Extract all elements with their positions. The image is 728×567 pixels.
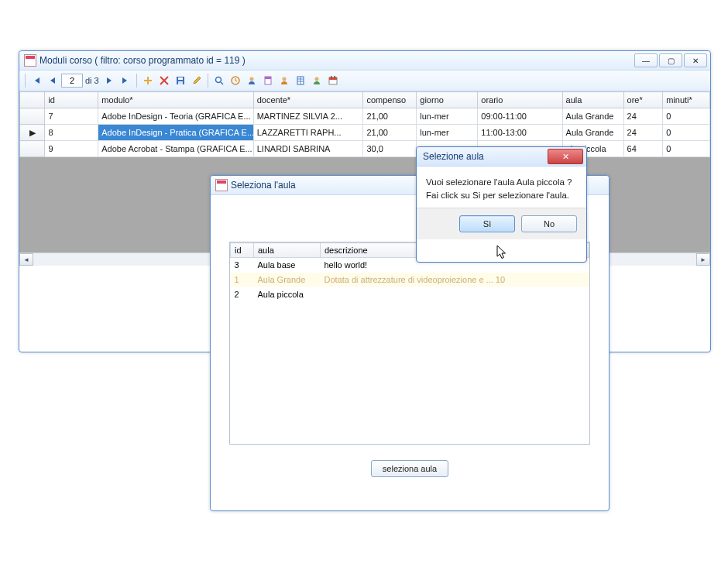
record-position-input[interactable] [61, 74, 83, 88]
cell-id[interactable]: 8 [45, 125, 98, 141]
col-ore[interactable]: ore* [623, 92, 663, 108]
cell-ore[interactable]: 24 [623, 108, 663, 125]
grid-header-row: id modulo* docente* compenso giorno orar… [20, 92, 710, 108]
form-purple-icon[interactable] [260, 73, 276, 88]
col-compenso[interactable]: compenso [363, 92, 417, 108]
cell-orario[interactable]: 11:00-13:00 [478, 125, 562, 141]
confirm-line1: Vuoi selezionare l'aula Aula piccola ? [426, 176, 577, 189]
col-orario[interactable]: orario [478, 92, 562, 108]
svg-rect-7 [265, 77, 271, 79]
yes-button[interactable]: Sì [459, 215, 515, 232]
minimize-button[interactable]: — [634, 53, 658, 67]
main-title: Moduli corso ( filtro: corso programmato… [39, 55, 633, 66]
col-docente[interactable]: docente* [253, 92, 363, 108]
row-header[interactable] [20, 141, 45, 157]
list-item[interactable]: 2Aula piccola [231, 287, 589, 302]
prev-record-icon[interactable] [45, 73, 60, 88]
cell-docente[interactable]: MARTINEZ SILVIA 2... [253, 108, 363, 125]
col-modulo[interactable]: modulo* [98, 92, 253, 108]
row-header[interactable]: ▶ [20, 125, 45, 141]
list-cell-id[interactable]: 3 [231, 258, 254, 273]
cell-minuti[interactable]: 0 [663, 125, 710, 141]
maximize-button[interactable]: ▢ [659, 53, 682, 67]
svg-rect-1 [178, 77, 183, 80]
first-record-icon[interactable] [29, 73, 44, 88]
list-cell-desc[interactable]: Dotata di attrezzature di videoproiezion… [321, 273, 589, 287]
cell-aula[interactable]: Aula Grande [562, 108, 623, 125]
cell-modulo[interactable]: Adobe InDesign - Pratica (GRAFICA E... [98, 125, 253, 141]
svg-rect-14 [334, 76, 335, 78]
data-grid[interactable]: id modulo* docente* compenso giorno orar… [19, 91, 710, 157]
list-col-id[interactable]: id [231, 243, 254, 258]
list-cell-id[interactable]: 1 [231, 273, 254, 287]
list-cell-desc[interactable] [321, 287, 589, 302]
list-cell-aula[interactable]: Aula Grande [254, 273, 321, 287]
confirm-title: Selezione aula [417, 151, 548, 162]
svg-rect-13 [331, 76, 332, 78]
col-giorno[interactable]: giorno [417, 92, 478, 108]
confirm-buttons: Sì No [417, 208, 586, 239]
confirm-message: Vuoi selezionare l'aula Aula piccola ? F… [417, 167, 586, 208]
delete-icon[interactable] [156, 73, 172, 88]
scroll-left-icon[interactable]: ◄ [19, 253, 33, 266]
svg-point-5 [249, 77, 253, 81]
save-icon[interactable] [173, 73, 188, 88]
confirm-titlebar[interactable]: Selezione aula ✕ [417, 147, 586, 167]
user-green-icon[interactable] [309, 73, 325, 88]
cell-compenso[interactable]: 21,00 [363, 125, 417, 141]
list-cell-aula[interactable]: Aula base [254, 258, 321, 273]
svg-point-3 [215, 77, 221, 83]
scroll-right-icon[interactable]: ► [696, 253, 710, 266]
svg-point-8 [282, 77, 286, 81]
svg-rect-12 [329, 77, 337, 80]
list-cell-id[interactable]: 2 [231, 287, 254, 302]
col-aula[interactable]: aula [562, 92, 623, 108]
edit-icon[interactable] [189, 73, 204, 88]
cell-id[interactable]: 9 [45, 141, 98, 157]
cell-ore[interactable]: 24 [623, 125, 663, 141]
last-record-icon[interactable] [118, 73, 133, 88]
no-button[interactable]: No [521, 215, 577, 232]
table-row[interactable]: ▶8Adobe InDesign - Pratica (GRAFICA E...… [20, 125, 710, 141]
col-minuti[interactable]: minuti* [663, 92, 710, 108]
cell-minuti[interactable]: 0 [663, 141, 710, 157]
form-grid-icon[interactable] [293, 73, 308, 88]
clock-icon[interactable] [228, 73, 243, 88]
confirm-dialog: Selezione aula ✕ Vuoi selezionare l'aula… [416, 146, 587, 263]
table-row[interactable]: 7Adobe InDesign - Teoria (GRAFICA E...MA… [20, 108, 710, 125]
aula-list[interactable]: id aula descrizione 3Aula basehello worl… [229, 242, 590, 445]
close-button[interactable]: ✕ [548, 149, 583, 164]
window-controls: — ▢ ✕ [633, 53, 707, 67]
cell-docente[interactable]: LAZZARETTI RAPH... [253, 125, 363, 141]
svg-point-10 [314, 77, 318, 81]
cell-docente[interactable]: LINARDI SABRINA [253, 141, 363, 157]
cell-orario[interactable]: 09:00-11:00 [478, 108, 562, 125]
cell-giorno[interactable]: lun-mer [417, 125, 478, 141]
cell-modulo[interactable]: Adobe Acrobat - Stampa (GRAFICA E... [98, 141, 253, 157]
record-total-label: di 3 [85, 76, 99, 85]
cell-ore[interactable]: 64 [623, 141, 663, 157]
calendar-icon[interactable] [325, 73, 341, 88]
cell-modulo[interactable]: Adobe InDesign - Teoria (GRAFICA E... [98, 108, 253, 125]
list-item[interactable]: 1Aula GrandeDotata di attrezzature di vi… [231, 273, 589, 287]
seleziona-aula-button[interactable]: seleziona aula [371, 460, 448, 477]
next-record-icon[interactable] [101, 73, 117, 88]
search-icon[interactable] [211, 73, 227, 88]
form-icon [215, 179, 228, 191]
add-icon[interactable] [140, 73, 156, 88]
close-button[interactable]: ✕ [684, 53, 707, 67]
cell-giorno[interactable]: lun-mer [417, 108, 478, 125]
row-header[interactable] [20, 108, 45, 125]
cell-compenso[interactable]: 30,0 [363, 141, 417, 157]
main-titlebar[interactable]: Moduli corso ( filtro: corso programmato… [19, 51, 710, 70]
cell-minuti[interactable]: 0 [663, 108, 710, 125]
cell-aula[interactable]: Aula Grande [562, 125, 623, 141]
list-cell-aula[interactable]: Aula piccola [254, 287, 321, 302]
cell-compenso[interactable]: 21,00 [363, 108, 417, 125]
col-id[interactable]: id [45, 92, 98, 108]
cell-id[interactable]: 7 [45, 108, 98, 125]
user-orange-icon[interactable] [276, 73, 292, 88]
table-row[interactable]: 9Adobe Acrobat - Stampa (GRAFICA E...LIN… [20, 141, 710, 157]
user-icon[interactable] [244, 73, 259, 88]
list-col-aula[interactable]: aula [254, 243, 321, 258]
